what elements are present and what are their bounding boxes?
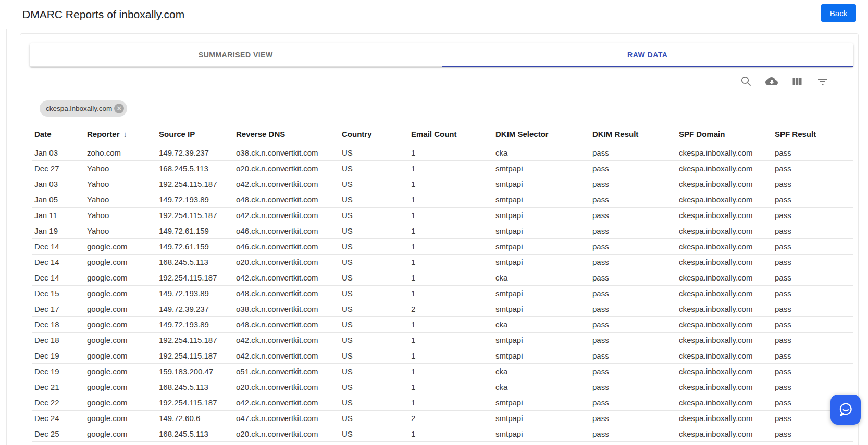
table-cell: Dec 18 [32,317,84,333]
tab-summarised-view[interactable]: SUMMARISED VIEW [30,43,442,67]
table-cell: Yahoo [84,223,156,239]
table-cell: o46.ck.n.convertkit.com [233,223,339,239]
table-cell: Dec 19 [32,348,84,364]
table-cell: 159.183.200.47 [156,364,233,379]
table-cell: smtpapi [493,333,590,348]
table-cell: Jan 03 [32,145,84,161]
table-cell: google.com [84,301,156,317]
column-header-reporter[interactable]: Reporter↓ [84,123,156,145]
column-header-dkim-selector[interactable]: DKIM Selector [493,123,590,145]
column-header-spf-domain[interactable]: SPF Domain [676,123,772,145]
table-cell: o42.ck.n.convertkit.com [233,333,339,348]
table-row: Jan 11Yahoo192.254.115.187o42.ck.n.conve… [32,208,853,223]
search-icon[interactable] [740,75,752,87]
table-cell: google.com [84,286,156,301]
table-cell: Yahoo [84,176,156,192]
table-cell: google.com [84,411,156,426]
table-cell: Dec 21 [32,379,84,395]
table-cell: ckespa.inboxally.com [676,255,772,270]
table-cell: ckespa.inboxally.com [676,348,772,364]
table-row: Dec 21google.com168.245.5.113o20.ck.n.co… [32,379,853,395]
table-row: Dec 17google.com149.72.39.237o38.ck.n.co… [32,301,853,317]
table-row: Jan 03zoho.com149.72.39.237o38.ck.n.conv… [32,145,853,161]
table-cell: pass [590,286,676,301]
table-cell: o20.ck.n.convertkit.com [233,161,339,176]
table-cell: pass [772,301,853,317]
table-cell: pass [772,364,853,379]
table-cell: Dec 27 [32,161,84,176]
column-header-country[interactable]: Country [339,123,408,145]
table-cell: US [339,239,408,255]
table-row: Dec 24google.com149.72.60.6o47.ck.n.conv… [32,411,853,426]
table-cell: US [339,286,408,301]
table-cell: pass [590,255,676,270]
table-cell: ckespa.inboxally.com [676,176,772,192]
table-cell: US [339,395,408,411]
table-cell: google.com [84,395,156,411]
table-cell: Jan 03 [32,176,84,192]
table-cell: pass [772,270,853,286]
column-header-date[interactable]: Date [32,123,84,145]
table-cell: pass [772,192,853,208]
table-cell: 2 [408,301,493,317]
table-cell: o42.ck.n.convertkit.com [233,208,339,223]
table-cell: US [339,333,408,348]
table-cell: o38.ck.n.convertkit.com [233,145,339,161]
chip-close-icon[interactable]: ✕ [114,104,124,113]
column-header-spf-result[interactable]: SPF Result [772,123,853,145]
raw-data-table-container: DateReporter↓Source IPReverse DNSCountry… [32,123,853,445]
table-cell: 1 [408,223,493,239]
table-toolbar [740,75,829,87]
filter-chip[interactable]: ckespa.inboxally.com ✕ [40,100,127,117]
table-cell: o42.ck.n.convertkit.com [233,176,339,192]
table-cell: pass [590,364,676,379]
filter-icon[interactable] [816,75,829,87]
table-cell: ckespa.inboxally.com [676,161,772,176]
table-cell: google.com [84,255,156,270]
table-cell: 149.72.61.159 [156,223,233,239]
table-cell: 1 [408,176,493,192]
download-icon[interactable] [765,75,778,87]
table-cell: 1 [408,270,493,286]
table-cell: cka [493,364,590,379]
tab-raw-data[interactable]: RAW DATA [442,43,854,67]
table-cell: o48.ck.n.convertkit.com [233,317,339,333]
table-cell: smtpapi [493,395,590,411]
table-cell: pass [590,426,676,442]
page-edge-divider [6,0,7,445]
view-columns-icon[interactable] [791,75,803,87]
table-cell: pass [772,286,853,301]
table-cell: smtpapi [493,286,590,301]
column-header-reverse-dns[interactable]: Reverse DNS [233,123,339,145]
table-cell: pass [590,145,676,161]
table-cell: pass [772,208,853,223]
table-cell: Yahoo [84,208,156,223]
back-button[interactable]: Back [821,4,856,22]
table-cell: ckespa.inboxally.com [676,145,772,161]
table-cell: US [339,426,408,442]
table-row: Dec 14google.com168.245.5.113o20.ck.n.co… [32,255,853,270]
table-cell: google.com [84,379,156,395]
table-cell: 2 [408,411,493,426]
table-cell: pass [772,255,853,270]
table-cell: pass [590,301,676,317]
table-cell: 1 [408,426,493,442]
column-header-dkim-result[interactable]: DKIM Result [590,123,676,145]
column-header-source-ip[interactable]: Source IP [156,123,233,145]
table-cell: o20.ck.n.convertkit.com [233,379,339,395]
chat-bubble-icon [837,401,854,418]
table-cell: ckespa.inboxally.com [676,301,772,317]
table-cell: 1 [408,239,493,255]
table-row: Dec 15google.com149.72.193.89o48.ck.n.co… [32,286,853,301]
column-header-email-count[interactable]: Email Count [408,123,493,145]
table-cell: pass [772,317,853,333]
table-cell: pass [772,223,853,239]
table-cell: google.com [84,364,156,379]
raw-data-table: DateReporter↓Source IPReverse DNSCountry… [32,123,853,442]
table-row: Jan 03Yahoo192.254.115.187o42.ck.n.conve… [32,176,853,192]
table-cell: smtpapi [493,239,590,255]
table-cell: ckespa.inboxally.com [676,270,772,286]
chat-widget-button[interactable] [830,395,861,425]
table-cell: ckespa.inboxally.com [676,223,772,239]
table-cell: Dec 22 [32,395,84,411]
